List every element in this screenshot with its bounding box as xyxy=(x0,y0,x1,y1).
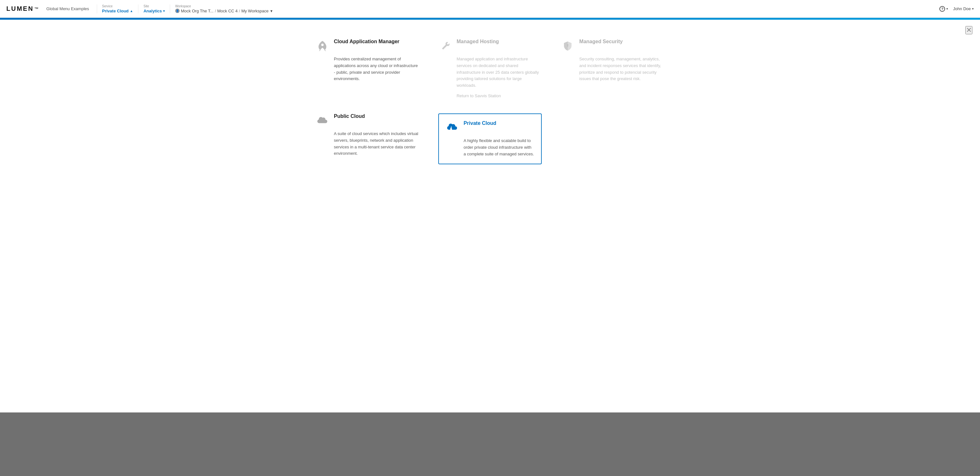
rocket-icon xyxy=(315,39,329,53)
service-title-managed-security: Managed Security xyxy=(579,39,623,45)
service-desc-private-cloud: A highly flexible and scalable build to … xyxy=(445,137,535,157)
wrench-icon xyxy=(438,39,452,53)
help-button[interactable]: ? ▾ xyxy=(939,6,948,12)
user-menu-button[interactable]: John Doe ▾ xyxy=(953,6,974,11)
site-nav-value: Analytics ▾ xyxy=(143,9,165,13)
svg-rect-6 xyxy=(451,127,451,128)
service-title-cloud-app-manager: Cloud Application Manager xyxy=(334,39,399,45)
cloud-gray-icon xyxy=(315,113,329,128)
site-chevron-icon: ▾ xyxy=(163,9,165,13)
header-right: ? ▾ John Doe ▾ xyxy=(939,6,974,12)
site-nav-item[interactable]: Site Analytics ▾ xyxy=(138,5,170,13)
service-title-private-cloud: Private Cloud xyxy=(464,120,496,126)
help-icon: ? xyxy=(939,6,945,12)
svg-rect-1 xyxy=(568,45,568,45)
user-name: John Doe xyxy=(953,6,971,11)
service-card-public-cloud[interactable]: Public Cloud A suite of cloud services w… xyxy=(315,113,419,164)
services-grid: Cloud Application Manager Provides centr… xyxy=(315,32,665,164)
svg-rect-2 xyxy=(568,45,568,47)
service-desc-managed-hosting: Managed application and infrastructure s… xyxy=(438,56,542,89)
service-link-managed-hosting[interactable]: Return to Savvis Station xyxy=(438,93,542,98)
service-header: Cloud Application Manager xyxy=(315,39,419,53)
app-title: Global Menu Examples xyxy=(46,6,89,11)
service-card-managed-security[interactable]: Managed Security Security consulting, ma… xyxy=(561,39,665,98)
service-selector-modal: ✕ Cloud Application Manager Provide xyxy=(0,20,980,412)
person-icon: 👤 xyxy=(175,9,180,13)
service-title-managed-hosting: Managed Hosting xyxy=(457,39,499,45)
workspace-nav-item[interactable]: Workspace 👤 Mock Org The T... / Mock CC … xyxy=(170,5,278,13)
workspace-nav-label: Workspace xyxy=(175,5,273,8)
header: LUMEN ™ Global Menu Examples Service Pri… xyxy=(0,0,980,18)
header-nav: Service Private Cloud ▲ Site Analytics ▾… xyxy=(97,5,932,13)
service-header: Public Cloud xyxy=(315,113,419,128)
shield-icon xyxy=(561,39,575,53)
site-nav-label: Site xyxy=(143,5,165,8)
help-chevron-icon: ▾ xyxy=(947,7,948,11)
service-header: Managed Hosting xyxy=(438,39,542,53)
logo: LUMEN ™ xyxy=(6,5,39,13)
service-chevron-up-icon: ▲ xyxy=(130,9,133,13)
service-card-cloud-app-manager[interactable]: Cloud Application Manager Provides centr… xyxy=(315,39,419,98)
gray-footer xyxy=(0,412,980,476)
service-nav-value: Private Cloud ▲ xyxy=(102,9,133,13)
service-title-public-cloud: Public Cloud xyxy=(334,113,365,119)
service-nav-item[interactable]: Service Private Cloud ▲ xyxy=(97,5,139,13)
workspace-nav-value: 👤 Mock Org The T... / Mock CC 4 / My Wor… xyxy=(175,9,273,13)
service-card-private-cloud[interactable]: Private Cloud A highly flexible and scal… xyxy=(438,113,542,164)
service-nav-label: Service xyxy=(102,5,133,8)
user-chevron-icon: ▾ xyxy=(972,7,974,11)
cloud-blue-icon xyxy=(445,120,459,134)
service-desc-cloud-app-manager: Provides centralized management of appli… xyxy=(315,56,419,82)
svg-rect-4 xyxy=(450,129,452,130)
svg-point-0 xyxy=(321,43,324,46)
service-desc-public-cloud: A suite of cloud services which includes… xyxy=(315,131,419,157)
main-content: ✕ Cloud Application Manager Provide xyxy=(0,20,980,476)
logo-text: LUMEN xyxy=(6,5,33,13)
workspace-chevron-icon: ▾ xyxy=(270,9,273,13)
service-desc-managed-security: Security consulting, management, analyti… xyxy=(561,56,665,82)
close-button[interactable]: ✕ xyxy=(966,26,972,34)
service-header: Private Cloud xyxy=(445,120,535,134)
service-header: Managed Security xyxy=(561,39,665,53)
service-card-managed-hosting[interactable]: Managed Hosting Managed application and … xyxy=(438,39,542,98)
